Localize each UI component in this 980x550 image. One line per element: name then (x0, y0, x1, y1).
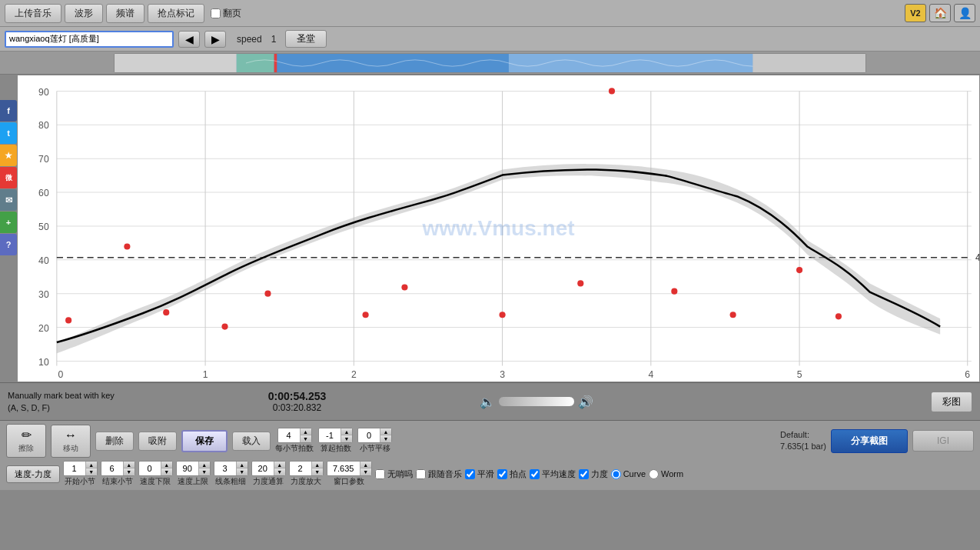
page-checkbox-label[interactable]: 翻页 (211, 7, 241, 20)
worm-radio[interactable] (649, 469, 659, 479)
curve-radio-label[interactable]: Curve (611, 469, 646, 479)
startkey-down[interactable]: ▼ (341, 435, 352, 442)
follow-beat-cb-label[interactable]: 跟随音乐 (416, 468, 462, 480)
powermult-value[interactable] (290, 463, 311, 474)
prev-btn[interactable]: ◀ (178, 31, 200, 48)
import-btn[interactable]: 载入 (232, 432, 271, 451)
freq-btn[interactable]: 频谱 (106, 4, 145, 23)
twitter-btn[interactable]: t (0, 122, 17, 144)
smooth-cb[interactable] (465, 469, 475, 479)
endbar-value[interactable] (101, 463, 123, 474)
help-btn[interactable]: ? (0, 234, 17, 255)
beat-cb-label[interactable]: 拍点 (497, 468, 527, 480)
smooth-up[interactable]: ▲ (274, 462, 285, 468)
startkey-up[interactable]: ▲ (341, 428, 352, 435)
startbar-spinner[interactable]: ▲ ▼ (63, 461, 98, 476)
window-up[interactable]: ▲ (360, 462, 371, 468)
linewidth-spinner[interactable]: ▲ ▼ (214, 461, 248, 476)
speed-degree-btn[interactable]: 速度-力度 (6, 465, 60, 483)
play-btn[interactable]: ▶ (204, 31, 226, 48)
smooth-spinner-group: ▲ ▼ 力度通算 (251, 461, 286, 487)
chart-container[interactable]: 90 80 70 60 50 40 30 20 10 1 2 3 4 5 6 0… (17, 75, 980, 382)
speedmin-down[interactable]: ▼ (161, 468, 172, 475)
endbar-spinner[interactable]: ▲ ▼ (101, 461, 135, 476)
smooth-spinner[interactable]: ▲ ▼ (251, 461, 286, 476)
beat-btn[interactable]: 抢点标记 (148, 4, 204, 23)
beats-down[interactable]: ▼ (301, 435, 311, 442)
startbar-up[interactable]: ▲ (86, 462, 97, 468)
speedmax-spinner[interactable]: ▲ ▼ (176, 461, 211, 476)
upload-btn[interactable]: 上传音乐 (5, 4, 61, 23)
no-sound-cb-label[interactable]: 无哨吗 (375, 468, 413, 480)
speedmax-value[interactable] (177, 463, 198, 474)
power-cb[interactable] (579, 469, 589, 479)
baroffset-spinner[interactable]: ▲ ▼ (357, 428, 392, 443)
weibo-btn[interactable]: 微 (0, 167, 17, 188)
email-btn[interactable]: ✉ (0, 189, 17, 211)
powermult-down[interactable]: ▼ (312, 468, 323, 475)
search-input[interactable] (5, 31, 174, 48)
baroffset-value[interactable] (358, 430, 380, 441)
delete-btn[interactable]: 删除 (95, 432, 134, 451)
smooth-value[interactable] (252, 463, 274, 474)
no-sound-cb[interactable] (375, 469, 385, 479)
confirm-btn[interactable]: 圣堂 (285, 30, 327, 48)
startbar-value[interactable] (64, 463, 85, 474)
coloring-btn[interactable]: 彩图 (931, 392, 972, 412)
beats-up[interactable]: ▲ (301, 428, 311, 435)
powermult-spinner[interactable]: ▲ ▼ (289, 461, 324, 476)
startkey-spinner[interactable]: ▲ ▼ (318, 428, 353, 443)
window-down[interactable]: ▼ (360, 468, 371, 475)
smooth-down[interactable]: ▼ (274, 468, 285, 475)
startbar-down[interactable]: ▼ (86, 468, 97, 475)
svg-point-50 (609, 88, 615, 94)
powermult-up[interactable]: ▲ (312, 462, 323, 468)
user-icon[interactable]: 👤 (954, 4, 975, 22)
power-cb-label[interactable]: 力度 (579, 468, 608, 480)
favorites-btn[interactable]: ★ (0, 145, 17, 166)
facebook-btn[interactable]: f (0, 100, 17, 122)
speedmax-up[interactable]: ▲ (199, 462, 210, 468)
baroffset-spinner-group: ▲ ▼ 小节平移 (357, 428, 392, 454)
beat-cb[interactable] (497, 469, 507, 479)
speedmin-up[interactable]: ▲ (161, 462, 172, 468)
endbar-spinner-group: ▲ ▼ 结束小节 (101, 461, 135, 487)
window-spinner-group: ▲ ▼ 窗口参数 (327, 461, 372, 487)
save-btn[interactable]: 保存 (181, 430, 228, 452)
speedmin-value[interactable] (139, 463, 161, 474)
worm-radio-label[interactable]: Worm (649, 469, 683, 479)
speed-label: speed (237, 34, 262, 45)
linewidth-value[interactable] (214, 463, 236, 474)
home-icon[interactable]: 🏠 (929, 4, 951, 22)
baroffset-down[interactable]: ▼ (380, 435, 391, 442)
baroffset-up[interactable]: ▲ (380, 428, 391, 435)
linewidth-down[interactable]: ▼ (237, 468, 247, 475)
share-btn[interactable]: 分享截图 (831, 429, 908, 453)
speedmax-down[interactable]: ▼ (199, 468, 210, 475)
window-value[interactable] (327, 463, 360, 474)
window-spinner[interactable]: ▲ ▼ (327, 461, 372, 476)
startkey-value[interactable] (319, 430, 341, 441)
volume-slider[interactable] (498, 396, 575, 407)
v2-icon[interactable]: V2 (905, 4, 926, 22)
move-btn[interactable]: ↔ 移动 (51, 425, 91, 458)
beats-spinner[interactable]: ▲ ▼ (277, 428, 312, 443)
waveform-btn[interactable]: 波形 (65, 4, 103, 23)
linewidth-up[interactable]: ▲ (237, 462, 247, 468)
smooth-cb-label[interactable]: 平滑 (465, 468, 494, 480)
follow-beat-cb[interactable] (416, 469, 426, 479)
endbar-down[interactable]: ▼ (124, 468, 135, 475)
add-btn[interactable]: + (0, 212, 17, 233)
speedmin-spinner[interactable]: ▲ ▼ (138, 461, 173, 476)
curve-radio[interactable] (611, 469, 621, 479)
svg-rect-0 (115, 54, 237, 72)
waveform-container[interactable] (114, 53, 866, 73)
snap-btn[interactable]: 吸附 (138, 432, 177, 451)
page-checkbox[interactable] (211, 8, 221, 18)
bottom-controls: ✏ 擦除 ↔ 移动 删除 吸附 保存 载入 ▲ ▼ 每小节拍数 (0, 421, 980, 490)
erase-btn[interactable]: ✏ 擦除 (6, 424, 46, 458)
avg-speed-cb-label[interactable]: 平均速度 (530, 468, 576, 480)
avg-speed-cb[interactable] (530, 469, 540, 479)
endbar-up[interactable]: ▲ (124, 462, 135, 468)
beats-value[interactable] (278, 430, 300, 441)
